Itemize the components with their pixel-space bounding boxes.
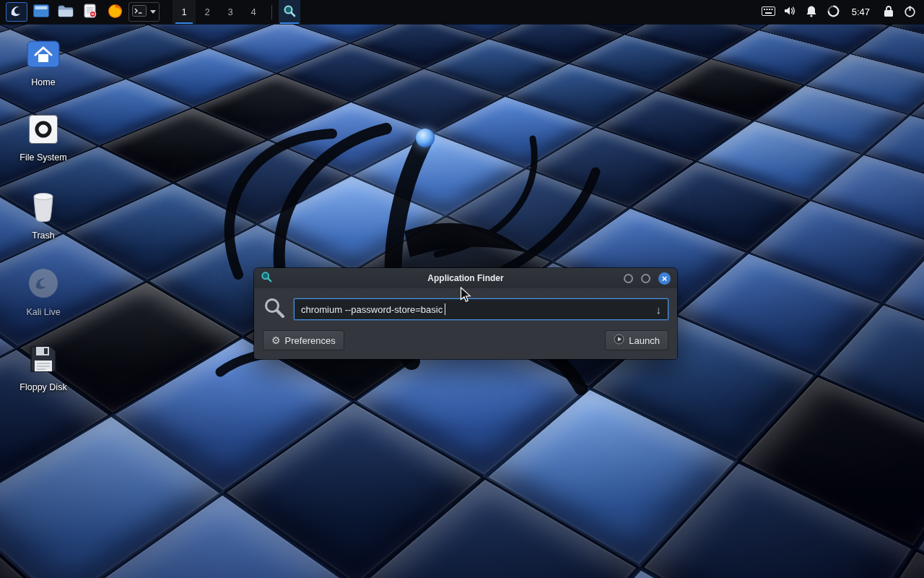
window-icon (261, 271, 272, 285)
search-icon (263, 296, 286, 322)
active-workspace-underline (175, 22, 193, 24)
workspace-4[interactable]: 4 (242, 0, 265, 24)
folder-icon (58, 5, 74, 20)
workspace-1-label: 1 (181, 7, 186, 17)
gear-icon: ⚙ (271, 335, 281, 345)
volume-icon (783, 5, 796, 19)
workspace-4-label: 4 (250, 7, 256, 17)
top-panel: 1 2 3 4 (0, 0, 924, 24)
files-launcher[interactable] (55, 2, 77, 22)
desktop-icon-label: Kali Live (26, 307, 60, 317)
notifications-button[interactable] (802, 2, 821, 22)
finder-body: chromium --password-store=basic ↓ ⚙ Pref… (254, 288, 677, 359)
workspace-1[interactable]: 1 (173, 0, 196, 24)
taskbar-application-finder[interactable] (279, 0, 300, 24)
terminal-launcher[interactable] (128, 2, 160, 22)
panel-tray: 5:47 (759, 2, 920, 22)
applications-menu-button[interactable] (6, 2, 27, 22)
text-caret (445, 303, 445, 315)
desktop-icon-label: Trash (32, 230, 55, 241)
home-icon (27, 39, 60, 72)
titlebar[interactable]: Application Finder × (254, 268, 677, 288)
power-manager-button[interactable] (824, 2, 843, 22)
workspace-switcher: 1 2 3 4 (173, 0, 265, 24)
firefox-icon (108, 4, 123, 21)
chevron-down-icon (150, 10, 156, 14)
keyboard-icon (762, 7, 775, 18)
file-system-icon (28, 114, 58, 147)
file-manager-icon (33, 4, 49, 20)
application-finder-window: Application Finder × chromium --password… (254, 268, 677, 359)
text-editor-launcher[interactable] (79, 2, 101, 22)
power-manager-icon (827, 5, 840, 20)
workspace-3-label: 3 (227, 7, 232, 17)
launch-button-label: Launch (629, 335, 660, 346)
preferences-button-label: Preferences (285, 335, 336, 346)
desktop-icon-label: Home (31, 77, 55, 87)
desktop-icon-trash[interactable]: Trash (6, 191, 81, 241)
minimize-button[interactable] (624, 274, 633, 283)
text-editor-icon (84, 4, 97, 20)
clock[interactable]: 5:47 (852, 7, 870, 17)
kali-logo-icon (9, 4, 24, 20)
maximize-button[interactable] (641, 274, 650, 283)
logout-button[interactable] (900, 2, 920, 22)
file-manager-launcher[interactable] (30, 2, 52, 22)
preferences-button[interactable]: ⚙ Preferences (263, 330, 344, 350)
keyboard-indicator-button[interactable] (759, 2, 778, 22)
desktop-icon-floppy-disk[interactable]: Floppy Disk (6, 344, 81, 392)
close-button[interactable]: × (658, 272, 671, 285)
workspace-2[interactable]: 2 (196, 0, 219, 24)
launch-button[interactable]: Launch (605, 330, 668, 350)
lock-icon (884, 5, 894, 20)
window-title: Application Finder (254, 273, 677, 283)
close-icon: × (662, 274, 668, 283)
trash-icon (29, 191, 58, 225)
panel-separator (271, 5, 272, 20)
desktop-icon-home[interactable]: Home (6, 39, 81, 87)
terminal-icon (132, 5, 147, 20)
workspace-2-label: 2 (204, 7, 209, 17)
kali-live-icon (27, 267, 59, 302)
lock-screen-button[interactable] (879, 2, 898, 22)
desktop-icon-label: File System (19, 152, 66, 163)
volume-button[interactable] (780, 2, 800, 22)
launch-icon (614, 334, 624, 347)
finder-search-input[interactable]: chromium --password-store=basic ↓ (294, 298, 668, 320)
firefox-launcher[interactable] (104, 2, 126, 22)
active-task-underline (280, 22, 299, 24)
desktop-icon-kali-live[interactable]: Kali Live (6, 267, 81, 317)
bell-icon (806, 5, 817, 20)
power-icon (904, 5, 916, 20)
search-input-value: chromium --password-store=basic (301, 304, 443, 315)
desktop-icon-file-system[interactable]: File System (6, 114, 81, 163)
floppy-disk-icon (28, 344, 58, 377)
application-finder-icon (283, 4, 296, 20)
workspace-3[interactable]: 3 (219, 0, 242, 24)
dropdown-arrow-icon[interactable]: ↓ (656, 303, 662, 316)
desktop-icon-label: Floppy Disk (19, 382, 66, 392)
